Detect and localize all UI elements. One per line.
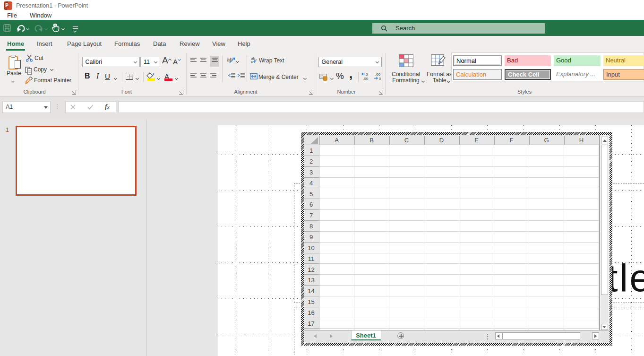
svg-text:c: c bbox=[251, 60, 253, 63]
svg-text:.00: .00 bbox=[375, 72, 381, 77]
svg-text:.00: .00 bbox=[363, 77, 369, 80]
svg-text:0: 0 bbox=[379, 77, 381, 80]
svg-text:0: 0 bbox=[366, 72, 368, 77]
